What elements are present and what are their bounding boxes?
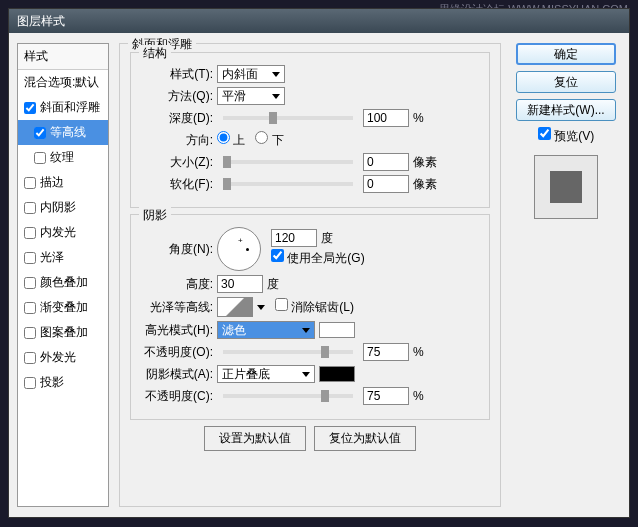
style-item-内发光[interactable]: 内发光 <box>18 220 108 245</box>
style-item-颜色叠加[interactable]: 颜色叠加 <box>18 270 108 295</box>
shadow-opacity-slider[interactable] <box>223 394 353 398</box>
soften-label: 软化(F): <box>141 176 213 193</box>
style-item-等高线[interactable]: 等高线 <box>18 120 108 145</box>
shadow-opacity-input[interactable] <box>363 387 409 405</box>
style-item-label: 图案叠加 <box>40 324 88 341</box>
style-item-checkbox[interactable] <box>24 277 36 289</box>
style-item-描边[interactable]: 描边 <box>18 170 108 195</box>
direction-label: 方向: <box>141 132 213 149</box>
chevron-down-icon <box>302 372 310 377</box>
style-item-checkbox[interactable] <box>34 127 46 139</box>
cancel-button[interactable]: 复位 <box>516 71 616 93</box>
styles-list: 样式 混合选项:默认 斜面和浮雕等高线纹理描边内阴影内发光光泽颜色叠加渐变叠加图… <box>17 43 109 507</box>
depth-label: 深度(D): <box>141 110 213 127</box>
altitude-label: 高度: <box>141 276 213 293</box>
blend-options-item[interactable]: 混合选项:默认 <box>18 70 108 95</box>
soften-input[interactable] <box>363 175 409 193</box>
size-input[interactable] <box>363 153 409 171</box>
style-item-label: 光泽 <box>40 249 64 266</box>
action-panel: 确定 复位 新建样式(W)... 预览(V) <box>511 43 621 507</box>
highlight-mode-dropdown[interactable]: 滤色 <box>217 321 315 339</box>
style-item-checkbox[interactable] <box>24 252 36 264</box>
structure-title: 结构 <box>139 45 171 62</box>
settings-panel: 斜面和浮雕 结构 样式(T): 内斜面 方法(Q): 平滑 深度(D): % 方… <box>115 43 505 507</box>
style-item-斜面和浮雕[interactable]: 斜面和浮雕 <box>18 95 108 120</box>
layer-style-dialog[interactable]: 图层样式 样式 混合选项:默认 斜面和浮雕等高线纹理描边内阴影内发光光泽颜色叠加… <box>8 8 630 518</box>
shading-title: 阴影 <box>139 207 171 224</box>
depth-unit: % <box>413 111 424 125</box>
style-label: 样式(T): <box>141 66 213 83</box>
style-item-纹理[interactable]: 纹理 <box>18 145 108 170</box>
angle-label: 角度(N): <box>141 241 213 258</box>
style-item-checkbox[interactable] <box>34 152 46 164</box>
highlight-mode-label: 高光模式(H): <box>141 322 213 339</box>
style-item-checkbox[interactable] <box>24 227 36 239</box>
style-item-label: 渐变叠加 <box>40 299 88 316</box>
style-item-label: 描边 <box>40 174 64 191</box>
style-item-label: 外发光 <box>40 349 76 366</box>
titlebar[interactable]: 图层样式 <box>9 9 629 33</box>
chevron-down-icon <box>272 72 280 77</box>
style-item-checkbox[interactable] <box>24 302 36 314</box>
antialias-checkbox[interactable]: 消除锯齿(L) <box>275 298 354 316</box>
style-item-checkbox[interactable] <box>24 327 36 339</box>
direction-down-radio[interactable]: 下 <box>255 131 283 149</box>
style-item-checkbox[interactable] <box>24 352 36 364</box>
global-light-checkbox[interactable]: 使用全局光(G) <box>271 249 365 267</box>
preview-swatch <box>534 155 598 219</box>
size-slider[interactable] <box>223 160 353 164</box>
style-item-图案叠加[interactable]: 图案叠加 <box>18 320 108 345</box>
angle-unit: 度 <box>321 230 333 247</box>
style-item-checkbox[interactable] <box>24 102 36 114</box>
depth-slider[interactable] <box>223 116 353 120</box>
chevron-down-icon <box>272 94 280 99</box>
depth-input[interactable] <box>363 109 409 127</box>
method-dropdown[interactable]: 平滑 <box>217 87 285 105</box>
altitude-unit: 度 <box>267 276 279 293</box>
size-label: 大小(Z): <box>141 154 213 171</box>
style-item-label: 内阴影 <box>40 199 76 216</box>
direction-up-radio[interactable]: 上 <box>217 131 245 149</box>
gloss-label: 光泽等高线: <box>141 299 213 316</box>
method-label: 方法(Q): <box>141 88 213 105</box>
styles-header: 样式 <box>18 44 108 70</box>
size-unit: 像素 <box>413 154 437 171</box>
style-item-渐变叠加[interactable]: 渐变叠加 <box>18 295 108 320</box>
style-item-checkbox[interactable] <box>24 202 36 214</box>
style-item-label: 颜色叠加 <box>40 274 88 291</box>
shadow-mode-dropdown[interactable]: 正片叠底 <box>217 365 315 383</box>
angle-picker[interactable]: + <box>217 227 261 271</box>
reset-default-button[interactable]: 复位为默认值 <box>314 426 416 451</box>
style-item-投影[interactable]: 投影 <box>18 370 108 395</box>
preview-checkbox[interactable]: 预览(V) <box>538 127 594 145</box>
highlight-color-swatch[interactable] <box>319 322 355 338</box>
soften-slider[interactable] <box>223 182 353 186</box>
highlight-opacity-slider[interactable] <box>223 350 353 354</box>
style-item-label: 斜面和浮雕 <box>40 99 100 116</box>
new-style-button[interactable]: 新建样式(W)... <box>516 99 616 121</box>
style-item-checkbox[interactable] <box>24 377 36 389</box>
style-item-label: 等高线 <box>50 124 86 141</box>
altitude-input[interactable] <box>217 275 263 293</box>
chevron-down-icon <box>302 328 310 333</box>
make-default-button[interactable]: 设置为默认值 <box>204 426 306 451</box>
shadow-mode-label: 阴影模式(A): <box>141 366 213 383</box>
shadow-opacity-label: 不透明度(C): <box>141 388 213 405</box>
highlight-opacity-label: 不透明度(O): <box>141 344 213 361</box>
style-item-外发光[interactable]: 外发光 <box>18 345 108 370</box>
style-dropdown[interactable]: 内斜面 <box>217 65 285 83</box>
style-item-label: 纹理 <box>50 149 74 166</box>
gloss-contour-picker[interactable] <box>217 297 253 317</box>
angle-input[interactable] <box>271 229 317 247</box>
shadow-color-swatch[interactable] <box>319 366 355 382</box>
highlight-opacity-input[interactable] <box>363 343 409 361</box>
style-item-光泽[interactable]: 光泽 <box>18 245 108 270</box>
style-item-label: 投影 <box>40 374 64 391</box>
soften-unit: 像素 <box>413 176 437 193</box>
chevron-down-icon[interactable] <box>257 305 265 310</box>
ok-button[interactable]: 确定 <box>516 43 616 65</box>
style-item-内阴影[interactable]: 内阴影 <box>18 195 108 220</box>
style-item-checkbox[interactable] <box>24 177 36 189</box>
style-item-label: 内发光 <box>40 224 76 241</box>
